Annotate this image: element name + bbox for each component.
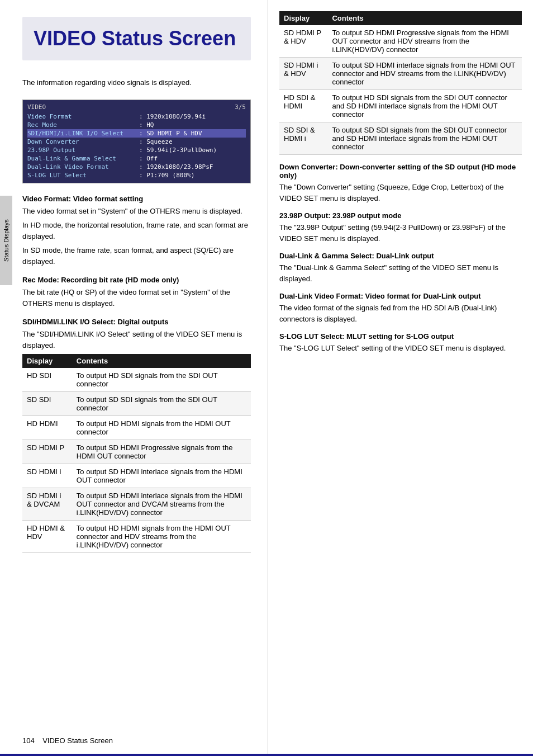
section-heading-rec-mode: Rec Mode: Recording bit rate (HD mode on…	[22, 276, 251, 284]
body-text: The video format set in "System" of the …	[22, 206, 251, 217]
table-cell-contents: To output HD SDI signals from the SDI OU…	[327, 90, 522, 122]
screen-row-value: : Off	[139, 155, 158, 162]
left-table-col-display: Display	[22, 354, 72, 368]
page-title: VIDEO Status Screen	[22, 17, 251, 60]
table-cell-contents: To output HD HDMI signals from the HDMI …	[72, 416, 251, 440]
section-heading-s-log: S-LOG LUT Select: MLUT setting for S-LOG…	[279, 332, 522, 341]
screen-mockup: VIDEO 3/5 Video Format: 1920x1080/59.94i…	[22, 100, 251, 183]
sidebar-label: Status Displays	[3, 219, 9, 262]
screen-row: 23.98P Output: 59.94i(2-3PullDown)	[27, 146, 246, 154]
footer-bar	[0, 754, 533, 756]
body-text: The "S-LOG LUT Select" setting of the VI…	[279, 343, 522, 354]
table-cell-display: SD HDMI i & DVCAM	[22, 488, 72, 521]
table-row: HD HDMITo output HD HDMI signals from th…	[22, 416, 251, 440]
left-table-body: HD SDITo output HD SDI signals from the …	[22, 368, 251, 553]
left-column: VIDEO Status Screen The information rega…	[0, 0, 268, 756]
table-row: SD HDMI i & DVCAMTo output SD HDMI inter…	[22, 488, 251, 521]
table-cell-display: SD HDMI i	[22, 464, 72, 488]
screen-page-indicator: 3/5	[235, 103, 246, 111]
right-sections: Down Converter: Down-converter setting o…	[279, 163, 522, 354]
right-column: Display Contents SD HDMI P & HDVTo outpu…	[268, 0, 533, 756]
screen-row-label: Rec Mode	[27, 121, 139, 129]
section-heading-video-format: Video Format: Video format setting	[22, 195, 251, 203]
right-table-head: Display Contents	[279, 11, 522, 25]
table-row: HD SDITo output HD SDI signals from the …	[22, 368, 251, 392]
table-row: SD HDMI PTo output SD HDMI Progressive s…	[22, 440, 251, 464]
intro-text: The information regarding video signals …	[22, 77, 251, 88]
body-text: The "23.98P Output" setting (59.94i(2-3 …	[279, 222, 522, 244]
table-cell-display: SD HDMI P	[22, 440, 72, 464]
body-text: The video format of the signals fed from…	[279, 303, 522, 324]
table-cell-display: HD SDI	[22, 368, 72, 392]
table-row: SD HDMI P & HDVTo output SD HDMI Progres…	[279, 25, 522, 58]
left-table-head: Display Contents	[22, 354, 251, 368]
table-cell-display: SD HDMI i & HDV	[279, 58, 327, 90]
right-table: Display Contents SD HDMI P & HDVTo outpu…	[279, 11, 522, 155]
table-row: SD SDITo output SD SDI signals from the …	[22, 392, 251, 416]
section-heading-sdi-hdmi: SDI/HDMI/i.LINK I/O Select: Digital outp…	[22, 318, 251, 326]
screen-row-value: : P1:709 (800%)	[139, 172, 194, 179]
table-cell-contents: To output SD HDMI Progressive signals fr…	[327, 25, 522, 58]
section-heading-dual-link-gamma: Dual-Link & Gamma Select: Dual-Link outp…	[279, 252, 522, 260]
screen-row: Dual-Link & Gamma Select: Off	[27, 154, 246, 163]
table-row: SD HDMI iTo output SD HDMI interlace sig…	[22, 464, 251, 488]
section-heading-23-98p: 23.98P Output: 23.98P output mode	[279, 211, 522, 220]
table-row: HD SDI & HDMITo output HD SDI signals fr…	[279, 90, 522, 122]
screen-row-value: : 1920x1080/23.98PsF	[139, 163, 213, 171]
table-cell-display: HD HDMI & HDV	[22, 521, 72, 553]
screen-row: Dual-Link Video Format: 1920x1080/23.98P…	[27, 163, 246, 171]
screen-row: S-LOG LUT Select: P1:709 (800%)	[27, 171, 246, 179]
screen-row-label: Down Converter	[27, 138, 139, 145]
table-row: SD SDI & HDMI iTo output SD SDI signals …	[279, 122, 522, 155]
footer-label: VIDEO Status Screen	[42, 736, 113, 745]
right-table-col-contents: Contents	[327, 11, 522, 25]
table-row: SD HDMI i & HDVTo output SD HDMI interla…	[279, 58, 522, 90]
table-cell-display: SD SDI & HDMI i	[279, 122, 327, 155]
body-text: In SD mode, the frame rate, scan format,…	[22, 245, 251, 267]
footer: 104 VIDEO Status Screen	[22, 736, 113, 745]
table-cell-contents: To output SD HDMI interlace signals from…	[72, 464, 251, 488]
screen-header: VIDEO 3/5	[27, 103, 246, 111]
screen-row-value: : HQ	[139, 121, 154, 129]
table-cell-contents: To output SD HDMI Progressive signals fr…	[72, 440, 251, 464]
table-cell-contents: To output SD HDMI interlace signals from…	[327, 58, 522, 90]
table-cell-display: HD HDMI	[22, 416, 72, 440]
screen-row-label: S-LOG LUT Select	[27, 172, 139, 179]
table-cell-display: HD SDI & HDMI	[279, 90, 327, 122]
screen-row-label: Dual-Link Video Format	[27, 163, 139, 171]
screen-row: SDI/HDMI/i.LINK I/O Select: SD HDMI P & …	[27, 129, 246, 138]
section-heading-dual-link-video: Dual-Link Video Format: Video format for…	[279, 292, 522, 300]
screen-row: Rec Mode: HQ	[27, 121, 246, 129]
screen-row-label: Dual-Link & Gamma Select	[27, 155, 139, 162]
table-cell-display: SD SDI	[22, 392, 72, 416]
screen-row-value: : SD HDMI P & HDV	[139, 130, 202, 137]
body-text: The "Dual-Link & Gamma Select" setting o…	[279, 262, 522, 284]
screen-rows: Video Format: 1920x1080/59.94iRec Mode: …	[27, 112, 246, 179]
right-table-col-display: Display	[279, 11, 327, 25]
table-cell-display: SD HDMI P & HDV	[279, 25, 327, 58]
table-cell-contents: To output SD SDI signals from the SDI OU…	[72, 392, 251, 416]
screen-row-value: : 1920x1080/59.94i	[139, 113, 206, 120]
screen-row: Video Format: 1920x1080/59.94i	[27, 112, 246, 121]
screen-row-label: 23.98P Output	[27, 147, 139, 154]
table-row: HD HDMI & HDVTo output HD HDMI signals f…	[22, 521, 251, 553]
screen-title: VIDEO	[27, 103, 46, 111]
page-number: 104	[22, 736, 35, 745]
left-table: Display Contents HD SDITo output HD SDI …	[22, 354, 251, 553]
screen-row-label: SDI/HDMI/i.LINK I/O Select	[27, 130, 139, 137]
sidebar-tab: Status Displays	[0, 196, 12, 285]
body-text: The bit rate (HQ or SP) of the video for…	[22, 287, 251, 309]
table-cell-contents: To output HD SDI signals from the SDI OU…	[72, 368, 251, 392]
screen-row: Down Converter: Squeeze	[27, 138, 246, 146]
body-text: The "Down Converter" setting (Squeeze, E…	[279, 182, 522, 204]
screen-row-label: Video Format	[27, 113, 139, 120]
right-table-body: SD HDMI P & HDVTo output SD HDMI Progres…	[279, 25, 522, 155]
body-text: In HD mode, the horizontal resolution, f…	[22, 220, 251, 242]
left-table-col-contents: Contents	[72, 354, 251, 368]
body-text: The "SDI/HDMI/i.LINK I/O Select" setting…	[22, 329, 251, 351]
page-container: Status Displays VIDEO Status Screen The …	[0, 0, 533, 756]
screen-row-value: : Squeeze	[139, 138, 173, 145]
left-sections: Video Format: Video format settingThe vi…	[22, 195, 251, 351]
table-cell-contents: To output SD HDMI interlace signals from…	[72, 488, 251, 521]
table-cell-contents: To output HD HDMI signals from the HDMI …	[72, 521, 251, 553]
